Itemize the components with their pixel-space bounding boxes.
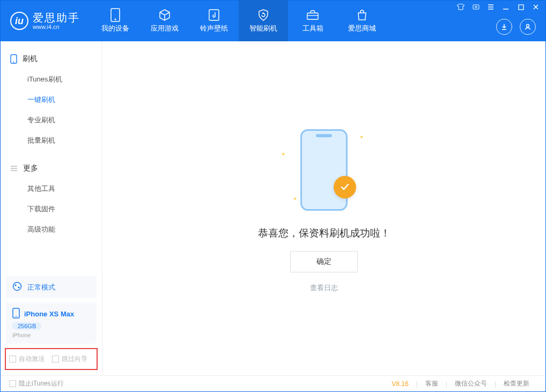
main-content: ✦ ✦ ✦ 恭喜您，保资料刷机成功啦！ 确定 查看日志 — [102, 41, 545, 375]
sparkle-icon: ✦ — [359, 134, 364, 140]
sidebar-title-more: 更多 — [1, 158, 102, 179]
maximize-button[interactable] — [513, 1, 528, 13]
svg-point-6 — [527, 25, 529, 27]
checkbox-label: 自动激活 — [19, 354, 45, 364]
menu-icon[interactable] — [483, 1, 498, 13]
version-label: V8.16 — [392, 380, 416, 388]
tab-apps-games[interactable]: 应用游戏 — [140, 1, 189, 41]
device-icon — [109, 9, 122, 21]
sidebar-section-flash: 刷机 iTunes刷机 一键刷机 专业刷机 批量刷机 — [1, 41, 102, 151]
app-subtitle: www.i4.cn — [33, 24, 80, 30]
sparkle-icon: ✦ — [293, 196, 297, 202]
device-icon — [12, 308, 20, 320]
sidebar-item-itunes-flash[interactable]: iTunes刷机 — [1, 69, 102, 90]
checkbox-auto-activate[interactable]: 自动激活 — [9, 354, 45, 364]
tab-label: 智能刷机 — [249, 24, 277, 33]
section-title-label: 更多 — [23, 164, 38, 173]
footer-link-support[interactable]: 客服 — [418, 379, 446, 388]
checkbox-skip-guide[interactable]: 跳过向导 — [52, 354, 87, 364]
titlebar: iu 爱思助手 www.i4.cn 我的设备 应用游戏 铃声壁纸 — [1, 1, 545, 41]
cube-icon — [158, 9, 171, 21]
checkbox-label: 阻止iTunes运行 — [19, 379, 64, 388]
svg-rect-3 — [307, 13, 318, 19]
checkbox-label: 跳过向导 — [62, 354, 87, 364]
tshirt-icon[interactable] — [453, 1, 468, 13]
svg-rect-5 — [519, 5, 523, 10]
tab-store[interactable]: 爱思商城 — [337, 1, 387, 41]
footer-link-check-update[interactable]: 检查更新 — [496, 379, 537, 388]
checkbox-icon — [9, 380, 16, 387]
footer-link-wechat[interactable]: 微信公众号 — [447, 379, 495, 388]
phone-icon — [10, 54, 17, 64]
phone-illustration — [300, 129, 348, 211]
app-title: 爱思助手 — [33, 12, 80, 24]
sparkle-icon: ✦ — [281, 151, 285, 157]
view-log-link[interactable]: 查看日志 — [310, 283, 338, 293]
tab-ringtones-wallpapers[interactable]: 铃声壁纸 — [189, 1, 239, 41]
sidebar-item-other-tools[interactable]: 其他工具 — [1, 179, 102, 199]
tab-smart-flash[interactable]: 智能刷机 — [239, 1, 288, 41]
sidebar-item-batch-flash[interactable]: 批量刷机 — [1, 130, 102, 151]
tab-label: 铃声壁纸 — [200, 24, 228, 33]
tab-label: 我的设备 — [101, 24, 129, 33]
svg-rect-4 — [473, 5, 479, 9]
device-type: iPhone — [12, 332, 31, 338]
section-title-label: 刷机 — [23, 54, 38, 64]
app-logo-icon: iu — [10, 12, 28, 30]
svg-point-8 — [13, 62, 14, 63]
sidebar-title-flash: 刷机 — [1, 49, 102, 69]
window-controls — [453, 1, 545, 13]
bag-icon — [356, 9, 368, 21]
header-right — [453, 1, 545, 35]
svg-point-10 — [14, 284, 16, 286]
svg-point-11 — [18, 286, 19, 288]
tab-my-device[interactable]: 我的设备 — [91, 1, 140, 41]
sidebar: 刷机 iTunes刷机 一键刷机 专业刷机 批量刷机 更多 其他工具 下载固件 … — [1, 41, 102, 375]
close-button[interactable] — [528, 1, 543, 13]
mode-label: 正常模式 — [27, 283, 55, 292]
statusbar: 阻止iTunes运行 V8.16 | 客服 | 微信公众号 | 检查更新 — [1, 375, 545, 391]
device-name: iPhone XS Max — [24, 310, 74, 318]
sidebar-item-advanced[interactable]: 高级功能 — [1, 219, 102, 240]
feedback-icon[interactable] — [468, 1, 483, 13]
svg-point-1 — [115, 19, 116, 20]
brand: iu 爱思助手 www.i4.cn — [1, 1, 91, 41]
mode-icon — [12, 282, 22, 293]
svg-point-9 — [13, 283, 21, 291]
sidebar-bottom: 正常模式 iPhone XS Max 256GB iPhone 自动激活 — [1, 272, 102, 375]
shield-refresh-icon — [257, 9, 270, 21]
toolbox-icon — [306, 9, 319, 21]
brand-text: 爱思助手 www.i4.cn — [33, 12, 80, 30]
svg-point-13 — [16, 316, 17, 317]
checkbox-icon — [9, 356, 16, 363]
tab-label: 爱思商城 — [348, 24, 376, 33]
main-tabs: 我的设备 应用游戏 铃声壁纸 智能刷机 工具箱 — [91, 1, 387, 41]
header-actions — [496, 13, 545, 35]
sidebar-item-download-firmware[interactable]: 下载固件 — [1, 199, 102, 219]
device-card[interactable]: iPhone XS Max 256GB iPhone — [6, 302, 97, 344]
user-account-button[interactable] — [520, 19, 536, 35]
checkbox-icon — [52, 356, 59, 363]
device-capacity: 256GB — [12, 322, 41, 330]
mode-card[interactable]: 正常模式 — [6, 276, 97, 298]
body: 刷机 iTunes刷机 一键刷机 专业刷机 批量刷机 更多 其他工具 下载固件 … — [1, 41, 545, 375]
tab-toolbox[interactable]: 工具箱 — [288, 1, 337, 41]
download-button[interactable] — [496, 19, 512, 35]
sidebar-item-one-click-flash[interactable]: 一键刷机 — [1, 90, 102, 110]
list-icon — [10, 165, 18, 172]
ok-button[interactable]: 确定 — [290, 251, 358, 272]
sidebar-item-pro-flash[interactable]: 专业刷机 — [1, 110, 102, 130]
options-highlight-box: 自动激活 跳过向导 — [5, 348, 98, 370]
check-badge-icon — [334, 176, 356, 198]
tab-label: 应用游戏 — [151, 24, 179, 33]
tab-label: 工具箱 — [302, 24, 323, 33]
success-message: 恭喜您，保资料刷机成功啦！ — [258, 226, 390, 240]
checkbox-block-itunes[interactable]: 阻止iTunes运行 — [9, 379, 64, 388]
footer-right: V8.16 | 客服 | 微信公众号 | 检查更新 — [392, 379, 537, 388]
success-illustration: ✦ ✦ ✦ — [270, 124, 378, 216]
music-file-icon — [208, 9, 220, 21]
sidebar-section-more: 更多 其他工具 下载固件 高级功能 — [1, 151, 102, 240]
minimize-button[interactable] — [498, 1, 513, 13]
